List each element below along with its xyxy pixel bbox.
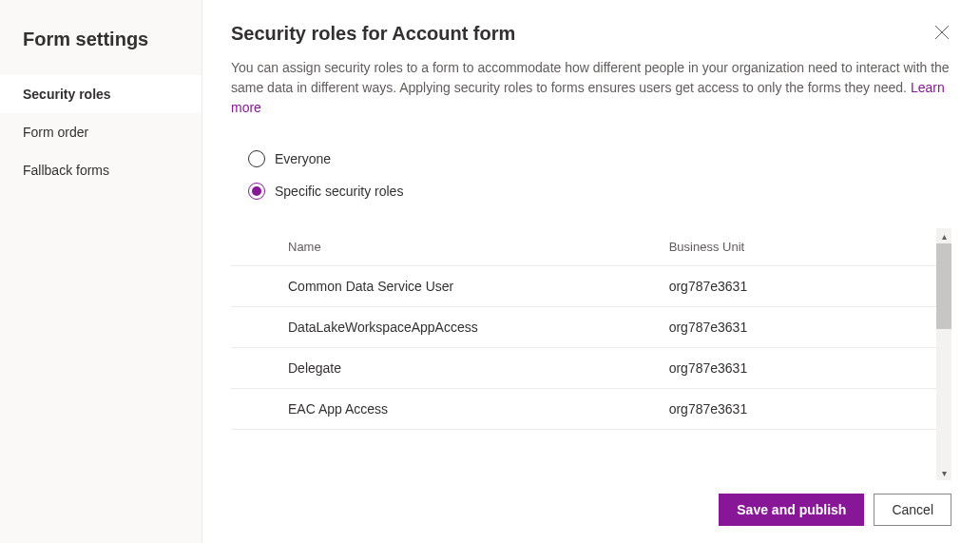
table-cell-spacer [231,348,288,389]
scroll-thumb[interactable] [936,243,951,329]
table-cell-business-unit: org787e3631 [669,348,936,389]
table-cell-name: Delegate [288,348,669,389]
sidebar: Form settings Security roles Form order … [0,0,202,543]
scrollbar[interactable]: ▴ ▾ [936,228,951,480]
nav-item-fallback-forms[interactable]: Fallback forms [0,151,202,189]
nav-item-label: Security roles [23,87,111,102]
table-header-business-unit[interactable]: Business Unit [669,228,936,266]
radio-label: Everyone [275,151,331,166]
table-cell-name: DataLakeWorkspaceAppAccess [288,307,669,348]
table-cell-business-unit: org787e3631 [669,266,936,307]
table-cell-spacer [231,389,288,430]
header-row: Security roles for Account form [231,23,951,58]
table-header-name[interactable]: Name [288,228,669,266]
save-and-publish-button[interactable]: Save and publish [719,494,864,526]
table-wrapper: Name Business Unit Common Data Service U… [231,228,936,480]
footer: Save and publish Cancel [231,494,951,526]
scroll-arrow-down-icon[interactable]: ▾ [936,465,951,480]
table-cell-business-unit: org787e3631 [669,389,936,430]
radio-group: Everyone Specific security roles [231,143,951,207]
main-panel: Security roles for Account form You can … [202,0,980,543]
cancel-button[interactable]: Cancel [874,494,951,526]
radio-dot-icon [252,186,261,196]
roles-table: Name Business Unit Common Data Service U… [231,228,936,430]
close-icon [934,25,950,40]
nav-item-label: Fallback forms [23,163,109,178]
nav-item-security-roles[interactable]: Security roles [0,75,202,113]
description-text: You can assign security roles to a form … [231,60,950,95]
table-row[interactable]: EAC App Access org787e3631 [231,389,936,430]
table-cell-spacer [231,307,288,348]
table-header-spacer [231,228,288,266]
table-cell-business-unit: org787e3631 [669,307,936,348]
table-row[interactable]: Delegate org787e3631 [231,348,936,389]
radio-label: Specific security roles [275,184,403,199]
sidebar-title: Form settings [0,21,202,75]
nav-item-form-order[interactable]: Form order [0,113,202,151]
table-cell-spacer [231,266,288,307]
description: You can assign security roles to a form … [231,58,951,118]
table-container: Name Business Unit Common Data Service U… [231,228,951,480]
table-row[interactable]: Common Data Service User org787e3631 [231,266,936,307]
close-button[interactable] [932,23,951,45]
radio-circle-icon [248,150,265,167]
nav-item-label: Form order [23,125,88,140]
table-header-row: Name Business Unit [231,228,936,266]
page-title: Security roles for Account form [231,23,515,45]
table-cell-name: Common Data Service User [288,266,669,307]
table-cell-name: EAC App Access [288,389,669,430]
scroll-arrow-up-icon[interactable]: ▴ [936,228,951,243]
radio-everyone[interactable]: Everyone [248,143,951,175]
radio-specific-roles[interactable]: Specific security roles [248,175,951,207]
table-row[interactable]: DataLakeWorkspaceAppAccess org787e3631 [231,307,936,348]
radio-circle-icon [248,183,265,200]
